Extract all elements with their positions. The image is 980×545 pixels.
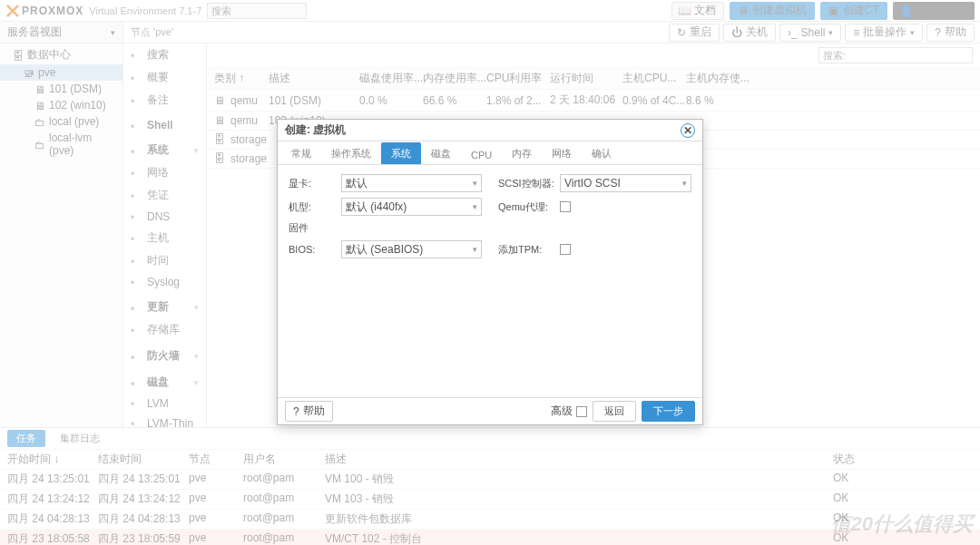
bios-select[interactable]: 默认 (SeaBIOS)▾: [341, 240, 482, 258]
wizard-tab-6[interactable]: 网络: [542, 142, 582, 164]
dialog-close-button[interactable]: ✕: [681, 123, 695, 138]
bios-label: BIOS:: [289, 244, 336, 255]
tpm-label: 添加TPM:: [498, 243, 554, 257]
chevron-down-icon: ▾: [682, 179, 687, 188]
help-icon: ?: [293, 405, 299, 418]
wizard-tab-1[interactable]: 操作系统: [321, 142, 381, 164]
wizard-tab-3[interactable]: 磁盘: [421, 142, 461, 164]
qemu-agent-checkbox[interactable]: [560, 201, 571, 212]
wizard-tab-7[interactable]: 确认: [582, 142, 622, 164]
wizard-tab-0[interactable]: 常规: [281, 142, 321, 164]
machine-label: 机型:: [289, 200, 336, 214]
wizard-tab-5[interactable]: 内存: [502, 142, 542, 164]
tpm-checkbox[interactable]: [560, 244, 571, 255]
machine-select[interactable]: 默认 (i440fx)▾: [341, 198, 482, 216]
firmware-label: 固件: [289, 221, 336, 235]
chevron-down-icon: ▾: [473, 179, 477, 188]
scsi-select[interactable]: VirtIO SCSI▾: [560, 174, 691, 192]
chevron-down-icon: ▾: [473, 245, 477, 254]
dialog-title: 创建: 虚拟机: [285, 122, 346, 138]
back-button[interactable]: 返回: [593, 401, 636, 422]
dialog-help-button[interactable]: ?帮助: [285, 401, 333, 422]
next-button[interactable]: 下一步: [642, 401, 695, 422]
close-icon: ✕: [683, 124, 692, 137]
qemu-agent-label: Qemu代理:: [498, 200, 554, 214]
graphic-select[interactable]: 默认▾: [341, 174, 482, 192]
chevron-down-icon: ▾: [473, 202, 477, 211]
graphic-label: 显卡:: [289, 177, 336, 190]
create-vm-dialog: 创建: 虚拟机 ✕ 常规操作系统系统磁盘CPU内存网络确认 显卡:默认▾ SCS…: [277, 119, 703, 425]
advanced-label: 高级: [551, 404, 573, 419]
scsi-label: SCSI控制器:: [498, 177, 554, 190]
wizard-tab-2[interactable]: 系统: [381, 142, 421, 164]
advanced-checkbox[interactable]: [576, 406, 587, 417]
wizard-tab-4[interactable]: CPU: [461, 145, 502, 164]
